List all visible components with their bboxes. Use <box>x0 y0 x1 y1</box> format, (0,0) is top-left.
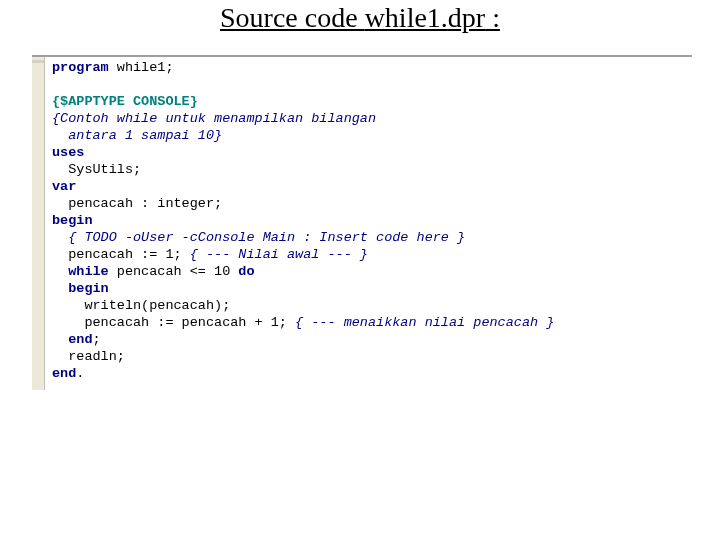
directive-apptype: {$APPTYPE CONSOLE} <box>52 94 198 109</box>
code-line-6: uses <box>52 145 84 160</box>
code-line-4: {Contoh while untuk menampilkan bilangan <box>52 111 376 126</box>
code-line-18: readln; <box>52 349 125 364</box>
code-line-17: end; <box>52 332 101 347</box>
code-line-15: writeln(pencacah); <box>52 298 230 313</box>
code-line-14: begin <box>52 281 109 296</box>
comment: { --- menaikkan nilai pencacah } <box>295 315 554 330</box>
code-line-8: var <box>52 179 76 194</box>
keyword-end: end <box>52 366 76 381</box>
code-line-10: begin <box>52 213 93 228</box>
comment: {Contoh while untuk menampilkan bilangan <box>52 111 376 126</box>
keyword-begin: begin <box>68 281 109 296</box>
code-line-13: while pencacah <= 10 do <box>52 264 255 279</box>
title-part1: Source code <box>220 2 365 33</box>
code-block: program while1; {$APPTYPE CONSOLE} {Cont… <box>32 55 692 390</box>
keyword-while: while <box>68 264 109 279</box>
page-title: Source code while1.dpr : <box>0 2 720 34</box>
code-line-1: program while1; <box>52 60 174 75</box>
comment: { TODO -oUser -cConsole Main : Insert co… <box>68 230 465 245</box>
code-line-9: pencacah : integer; <box>52 196 222 211</box>
keyword-do: do <box>238 264 254 279</box>
code-line-5: antara 1 sampai 10} <box>52 128 222 143</box>
gutter-mark <box>32 60 44 63</box>
keyword-begin: begin <box>52 213 93 228</box>
comment: { --- Nilai awal --- } <box>190 247 368 262</box>
code-gutter <box>32 57 45 390</box>
code-line-7: SysUtils; <box>52 162 141 177</box>
code-line-19: end. <box>52 366 84 381</box>
title-part3: dpr <box>448 2 485 33</box>
code-line-12: pencacah := 1; { --- Nilai awal --- } <box>52 247 368 262</box>
keyword-end: end <box>68 332 92 347</box>
keyword-uses: uses <box>52 145 84 160</box>
keyword-var: var <box>52 179 76 194</box>
code-line-11: { TODO -oUser -cConsole Main : Insert co… <box>52 230 465 245</box>
code-line-3: {$APPTYPE CONSOLE} <box>52 94 198 109</box>
title-part2: while1. <box>365 2 448 33</box>
source-code: program while1; {$APPTYPE CONSOLE} {Cont… <box>32 57 692 390</box>
keyword-program: program <box>52 60 109 75</box>
code-line-16: pencacah := pencacah + 1; { --- menaikka… <box>52 315 554 330</box>
title-part4: : <box>485 2 500 33</box>
slide: Source code while1.dpr : program while1;… <box>0 0 720 540</box>
comment: antara 1 sampai 10} <box>52 128 222 143</box>
